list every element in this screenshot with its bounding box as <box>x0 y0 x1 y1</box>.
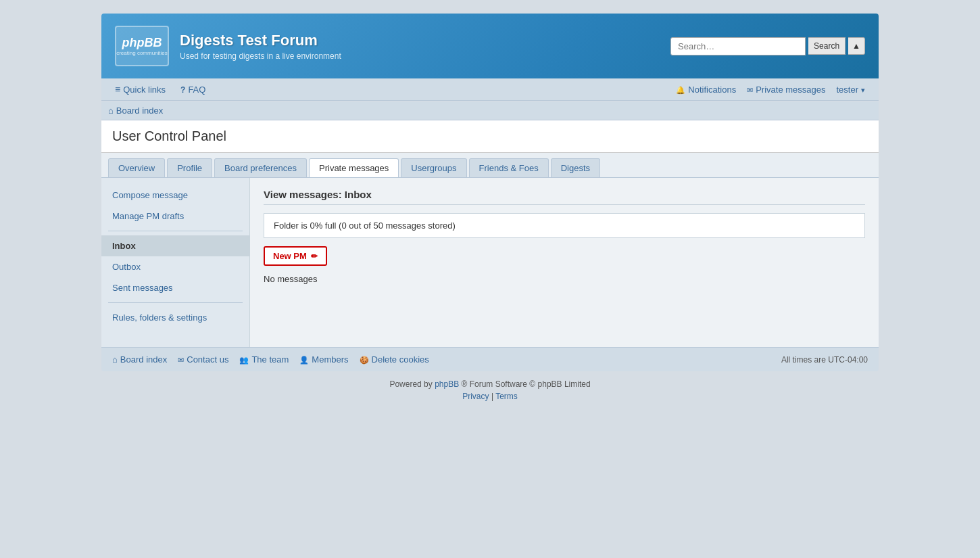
bell-icon <box>676 85 685 95</box>
new-pm-label: New PM <box>273 251 307 261</box>
page-title: User Control Panel <box>112 129 868 144</box>
user-nav[interactable]: tester <box>836 85 865 95</box>
user-label: tester <box>836 85 858 95</box>
tab-digests[interactable]: Digests <box>551 158 600 177</box>
site-logo: phpBB creating communities <box>115 26 169 66</box>
notifications-nav[interactable]: Notifications <box>676 85 736 95</box>
question-icon <box>180 85 185 95</box>
footer-delete-cookies[interactable]: Delete cookies <box>360 354 429 365</box>
footer-members[interactable]: Members <box>299 354 348 365</box>
phpbb-link[interactable]: phpBB <box>435 379 459 389</box>
home-icon <box>108 106 114 116</box>
notifications-label: Notifications <box>688 85 736 95</box>
footer-cookie-icon <box>360 354 369 365</box>
sidebar-inbox[interactable]: Inbox <box>101 235 249 256</box>
folder-status: Folder is 0% full (0 out of 50 messages … <box>264 213 865 238</box>
tab-usergroups[interactable]: Usergroups <box>401 158 466 177</box>
private-messages-nav[interactable]: Private messages <box>747 85 825 95</box>
footer-team-icon <box>239 354 249 365</box>
tab-private-messages[interactable]: Private messages <box>309 158 399 177</box>
content-wrapper: Compose message Manage PM drafts Inbox O… <box>101 178 879 347</box>
msg-icon <box>747 85 753 95</box>
quick-links-nav[interactable]: Quick links <box>108 78 172 100</box>
advanced-search-button[interactable]: ▲ <box>848 37 865 55</box>
logo-sub: creating communities <box>116 50 168 56</box>
separator: | <box>491 392 493 401</box>
user-dropdown-icon <box>861 85 865 95</box>
footer-delete-cookies-label: Delete cookies <box>372 354 429 365</box>
site-header: phpBB creating communities Digests Test … <box>101 14 879 78</box>
bottom-footer: Powered by phpBB ® Forum Software © phpB… <box>101 371 879 409</box>
footer-timezone: All times are UTC-04:00 <box>781 355 868 365</box>
footer-contact-icon <box>178 354 184 365</box>
footer-home-icon <box>112 354 118 365</box>
quick-links-label: Quick links <box>123 85 166 95</box>
tab-friends-foes[interactable]: Friends & Foes <box>469 158 549 177</box>
sidebar-divider-1 <box>108 231 243 231</box>
footer-the-team[interactable]: The team <box>239 354 289 365</box>
no-messages: No messages <box>264 274 865 284</box>
nav-bar: Quick links FAQ Notifications Private me… <box>101 78 879 101</box>
tab-board-preferences[interactable]: Board preferences <box>214 158 307 177</box>
footer-contact-us[interactable]: Contact us <box>178 354 228 365</box>
footer-members-icon <box>299 354 309 365</box>
bars-icon <box>115 84 120 95</box>
tab-profile[interactable]: Profile <box>167 158 212 177</box>
bottom-footer-links: Privacy | Terms <box>109 392 871 401</box>
powered-by-label: Powered by <box>389 379 432 389</box>
pencil-icon <box>311 251 318 261</box>
terms-link[interactable]: Terms <box>495 392 518 401</box>
sidebar-divider-2 <box>108 302 243 303</box>
breadcrumb-board-index[interactable]: Board index <box>108 106 163 116</box>
footer-members-label: Members <box>312 354 348 365</box>
tab-overview[interactable]: Overview <box>108 158 165 177</box>
sidebar-manage-drafts[interactable]: Manage PM drafts <box>101 206 249 227</box>
all-times-label: All times are <box>781 355 826 365</box>
footer-bar: Board index Contact us The team Members … <box>101 347 879 371</box>
privacy-link[interactable]: Privacy <box>462 392 489 401</box>
breadcrumb-bar: Board index <box>101 101 879 120</box>
new-pm-button[interactable]: New PM <box>264 246 327 266</box>
search-button[interactable]: Search <box>808 37 846 55</box>
tabs-bar: Overview Profile Board preferences Priva… <box>101 153 879 178</box>
page-title-bar: User Control Panel <box>101 120 879 153</box>
site-title-block: Digests Test Forum Used for testing dige… <box>180 32 341 61</box>
sidebar-outbox[interactable]: Outbox <box>101 256 249 277</box>
site-title: Digests Test Forum <box>180 32 341 49</box>
footer-board-index[interactable]: Board index <box>112 354 167 365</box>
sidebar-compose-message[interactable]: Compose message <box>101 185 249 206</box>
sidebar-rules-folders[interactable]: Rules, folders & settings <box>101 307 249 328</box>
footer-links: Board index Contact us The team Members … <box>112 354 429 365</box>
powered-by-line: Powered by phpBB ® Forum Software © phpB… <box>109 379 871 389</box>
faq-nav[interactable]: FAQ <box>174 79 212 100</box>
footer-board-index-label: Board index <box>120 354 167 365</box>
inbox-heading: View messages: Inbox <box>264 189 865 205</box>
faq-label: FAQ <box>188 85 205 95</box>
site-subtitle: Used for testing digests in a live envir… <box>180 51 341 61</box>
search-form: Search ▲ <box>670 37 865 55</box>
sidebar-sent-messages[interactable]: Sent messages <box>101 277 249 298</box>
timezone-value: UTC-04:00 <box>828 355 868 365</box>
footer-contact-label: Contact us <box>187 354 228 365</box>
header-left: phpBB creating communities Digests Test … <box>115 26 341 66</box>
search-input[interactable] <box>670 37 806 55</box>
sidebar: Compose message Manage PM drafts Inbox O… <box>101 178 250 347</box>
footer-team-label: The team <box>251 354 289 365</box>
breadcrumb-label: Board index <box>116 106 163 116</box>
main-content: View messages: Inbox Folder is 0% full (… <box>250 178 879 347</box>
private-messages-label: Private messages <box>756 85 825 95</box>
nav-right: Notifications Private messages tester <box>669 79 872 100</box>
nav-left: Quick links FAQ <box>108 78 212 100</box>
copyright-text: ® Forum Software © phpBB Limited <box>462 379 591 389</box>
logo-text: phpBB <box>122 37 162 49</box>
